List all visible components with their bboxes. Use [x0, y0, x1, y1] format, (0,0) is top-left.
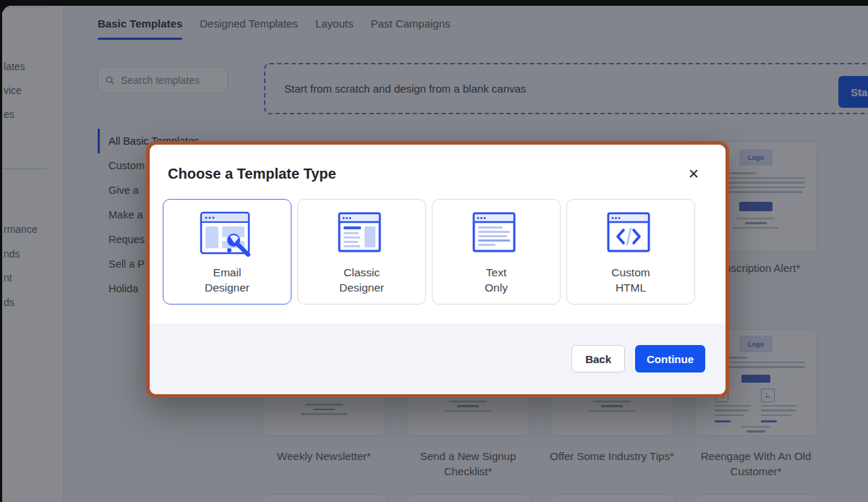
option-classic-designer[interactable]: Classic Designer [297, 199, 426, 305]
modal-highlight-border: Choose a Template Type ✕ [146, 141, 729, 398]
option-label: Classic Designer [328, 265, 395, 296]
option-label: Email Designer [194, 265, 260, 296]
modal-footer: Back Continue [150, 323, 726, 394]
email-designer-icon [192, 209, 262, 263]
option-email-designer[interactable]: Email Designer [163, 199, 292, 305]
app-window: lates vice es rmance nds nt ds Basic Tem… [2, 6, 868, 502]
classic-designer-icon [327, 209, 396, 263]
close-icon[interactable]: ✕ [684, 166, 704, 182]
modal-header: Choose a Template Type ✕ [150, 145, 726, 199]
option-custom-html[interactable]: Custom HTML [566, 199, 695, 305]
option-label: Text Only [477, 265, 515, 296]
text-only-icon [461, 209, 531, 263]
choose-template-type-modal: Choose a Template Type ✕ [150, 145, 726, 394]
continue-button[interactable]: Continue [635, 345, 705, 373]
option-text-only[interactable]: Text Only [432, 199, 561, 305]
back-button[interactable]: Back [571, 345, 625, 373]
custom-html-icon [596, 209, 665, 263]
modal-body: Email Designer [150, 199, 726, 305]
option-label: Custom HTML [597, 265, 664, 296]
modal-title: Choose a Template Type [168, 166, 336, 182]
